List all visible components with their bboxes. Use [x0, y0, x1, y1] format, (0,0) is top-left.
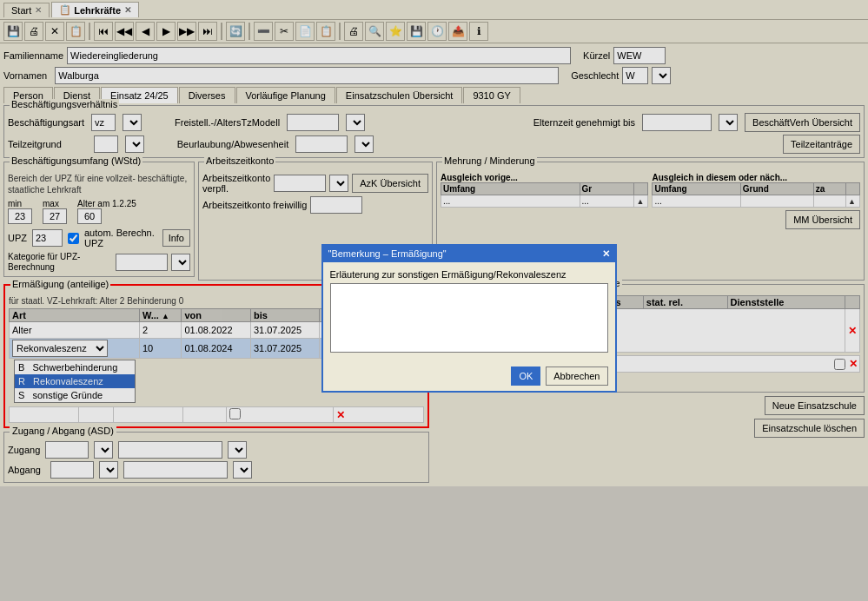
- erm-bis-1: 31.07.2025: [250, 339, 320, 359]
- art-dropdown[interactable]: B Schwerbehinderung R Rekonvaleszenz S s…: [14, 360, 136, 403]
- vornamen-input[interactable]: [55, 67, 559, 84]
- toolbar-save[interactable]: 💾: [3, 22, 23, 41]
- tab-lehrkraefte-close[interactable]: ✕: [124, 5, 131, 15]
- beschaeftigung-section: Beschäftigungsverhältnis Beschäftigungsa…: [3, 105, 865, 158]
- toolbar-cut[interactable]: ✂: [275, 22, 294, 41]
- erm-w-0: 2: [139, 322, 182, 339]
- modal-textarea[interactable]: [330, 283, 608, 353]
- toolbar-print[interactable]: 🖨: [24, 22, 43, 41]
- modal-close-btn[interactable]: ✕: [602, 248, 610, 260]
- toolbar-info[interactable]: ℹ: [469, 22, 488, 41]
- abord-extra-del[interactable]: ✕: [849, 358, 858, 370]
- einsatzschule-loeschen-btn[interactable]: Einsatzschule löschen: [754, 419, 865, 438]
- upz-input[interactable]: [32, 229, 63, 247]
- toolbar-next-next[interactable]: ▶▶: [177, 22, 196, 41]
- abord-stat-checkbox[interactable]: [834, 359, 845, 370]
- freistellung-select[interactable]: ▼: [346, 114, 365, 131]
- freistellung-input[interactable]: [287, 114, 339, 131]
- erm-art-select[interactable]: Rekonvaleszenz: [12, 340, 108, 357]
- toolbar-minus[interactable]: ➖: [254, 22, 273, 41]
- toolbar-sep2: [221, 23, 222, 40]
- abgang-select[interactable]: ▼: [99, 461, 118, 479]
- toolbar-export[interactable]: 📤: [448, 22, 467, 41]
- zugang-select[interactable]: ▼: [94, 441, 113, 459]
- dropdown-sonstige[interactable]: S sonstige Gründe: [15, 388, 135, 402]
- toolbar-print2[interactable]: 🖨: [344, 22, 363, 41]
- beurlaubung-input[interactable]: [295, 135, 348, 153]
- vornamen-label: Vornamen: [3, 70, 47, 81]
- erm-bottom-x[interactable]: ✕: [333, 407, 423, 423]
- elternzeit-label: Elternzeit genehmigt bis: [533, 117, 635, 128]
- toolbar-doc[interactable]: 📄: [295, 22, 315, 41]
- geschlecht-select[interactable]: ▼: [652, 67, 671, 84]
- abgang-text-input[interactable]: [123, 461, 228, 479]
- azk-verpfl-select[interactable]: ▼: [329, 175, 348, 192]
- modal-ok-btn[interactable]: OK: [511, 367, 540, 386]
- header-row2: Vornamen Geschlecht ▼: [3, 67, 865, 84]
- beschaeftigungsart-select[interactable]: ▼: [123, 114, 142, 131]
- info-button[interactable]: Info: [162, 229, 190, 247]
- teilzeit-btn[interactable]: Teilzeitanträge: [783, 135, 860, 154]
- toolbar-copy[interactable]: 📋: [66, 22, 85, 41]
- zugang-text-select[interactable]: ▼: [228, 441, 247, 459]
- toolbar-first[interactable]: ⏮: [94, 22, 113, 41]
- toolbar-delete[interactable]: ✕: [45, 22, 64, 41]
- autom-checkbox[interactable]: [68, 233, 79, 244]
- toolbar-refresh[interactable]: 🔄: [226, 22, 245, 41]
- erm-extra-rows: ✕: [9, 406, 424, 423]
- abgang-input[interactable]: [50, 461, 94, 479]
- azk-verpfl-input[interactable]: [274, 175, 326, 192]
- toolbar-search[interactable]: 🔍: [365, 22, 384, 41]
- tab-start-close[interactable]: ✕: [35, 5, 42, 15]
- mm-btn[interactable]: MM Übersicht: [785, 210, 860, 229]
- mm-scroll1[interactable]: ▲: [636, 197, 644, 206]
- familienname-input[interactable]: [67, 47, 571, 64]
- zugang-input[interactable]: [45, 441, 89, 459]
- toolbar-prev-prev[interactable]: ◀◀: [115, 22, 134, 41]
- beurlaubung-select[interactable]: ▼: [354, 135, 374, 153]
- erm-bis-0: 31.07.2025: [250, 322, 320, 339]
- kategorie-select[interactable]: ▼: [171, 254, 190, 271]
- modal-title: "Bemerkung – Ermäßigung": [328, 248, 447, 259]
- abord-del[interactable]: ✕: [848, 325, 857, 337]
- tab-start[interactable]: Start ✕: [3, 3, 50, 17]
- tab-einsatzschulen[interactable]: Einsatzschulen Übersicht: [336, 87, 463, 103]
- abgang-text-select[interactable]: ▼: [233, 461, 252, 479]
- toolbar-clip[interactable]: 📋: [316, 22, 335, 41]
- tab-lehrkraefte[interactable]: 📋 Lehrkräfte ✕: [51, 2, 139, 17]
- modal-body: Erläuterung zur sonstigen Ermäßigung/Rek…: [323, 262, 615, 361]
- dropdown-schwerbehinderung[interactable]: B Schwerbehinderung: [15, 360, 135, 374]
- kategorie-input[interactable]: [116, 254, 168, 271]
- toolbar-next[interactable]: ▶: [156, 22, 176, 41]
- teilzeitgrund-select[interactable]: ▼: [125, 135, 144, 153]
- toolbar-last[interactable]: ⏭: [198, 22, 217, 41]
- teilzeitgrund-input[interactable]: [94, 135, 118, 153]
- azk-freiwillig-input[interactable]: [310, 196, 362, 214]
- neue-einsatzschule-btn[interactable]: Neue Einsatzschule: [765, 396, 865, 415]
- ermbox-title: Ermäßigung (anteilige): [10, 279, 110, 289]
- toolbar-sep1: [89, 23, 90, 40]
- ausgleich-vorige-table: Umfang Gr ... ... ▲: [441, 182, 649, 208]
- beschaeftverh-btn[interactable]: BeschäftVerh Übersicht: [745, 113, 860, 132]
- toolbar-clock[interactable]: 🕐: [427, 22, 447, 41]
- abord-col-dienst: Dienststelle: [727, 296, 845, 309]
- elternzeit-input[interactable]: [642, 114, 712, 131]
- min-label: min: [8, 199, 32, 208]
- modal-cancel-btn[interactable]: Abbrechen: [546, 367, 607, 386]
- tab-9310gy[interactable]: 9310 GY: [463, 87, 520, 103]
- elternzeit-select[interactable]: ▼: [719, 114, 738, 131]
- kuerzel-input[interactable]: [613, 47, 666, 64]
- tab-lehrkraefte-label: Lehrkräfte: [74, 5, 121, 16]
- zugang-text-input[interactable]: [118, 441, 222, 459]
- dropdown-rekonvaleszenz[interactable]: R Rekonvaleszenz: [15, 374, 135, 388]
- mm-scroll2[interactable]: ▲: [848, 197, 856, 206]
- toolbar-prev[interactable]: ◀: [136, 22, 155, 41]
- erm-bottom-del[interactable]: ✕: [336, 409, 345, 421]
- tab-diverses[interactable]: Diverses: [179, 87, 235, 103]
- geschlecht-input[interactable]: [622, 67, 648, 84]
- azk-btn[interactable]: AzK Übersicht: [352, 174, 428, 193]
- tab-vorläufige[interactable]: Vorläufige Planung: [236, 87, 335, 103]
- beschaeftigungsart-input[interactable]: [91, 114, 116, 131]
- toolbar-save2[interactable]: 💾: [407, 22, 426, 41]
- toolbar-star[interactable]: ⭐: [386, 22, 405, 41]
